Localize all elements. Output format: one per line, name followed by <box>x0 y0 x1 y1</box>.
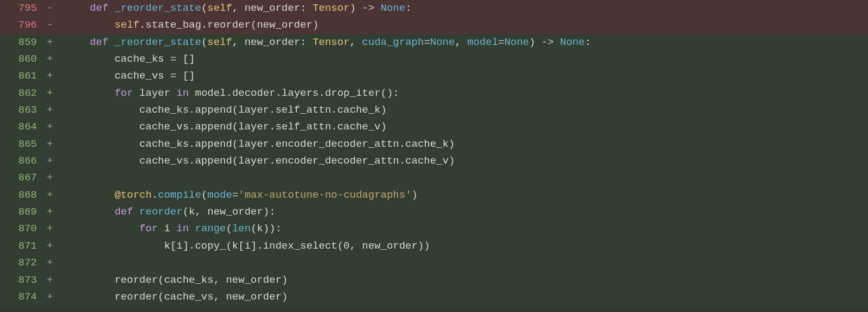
line-number: 873 <box>0 272 43 289</box>
diff-removed-marker: - <box>43 0 56 17</box>
diff-line[interactable]: 863+ cache_ks.append(layer.self_attn.cac… <box>0 102 868 119</box>
diff-added-marker: + <box>43 187 56 204</box>
diff-line[interactable]: 866+ cache_vs.append(layer.encoder_decod… <box>0 153 868 170</box>
diff-line[interactable]: 795- def _reorder_state(self, new_order:… <box>0 0 868 17</box>
code-content[interactable] <box>56 255 868 271</box>
code-content[interactable]: for layer in model.decoder.layers.drop_i… <box>56 85 868 102</box>
diff-line[interactable]: 864+ cache_vs.append(layer.self_attn.cac… <box>0 119 868 135</box>
diff-added-marker: + <box>43 119 56 135</box>
line-number: 859 <box>0 34 43 51</box>
diff-removed-marker: - <box>43 17 56 34</box>
code-content[interactable]: for i in range(len(k)): <box>56 220 868 237</box>
line-number: 863 <box>0 102 43 119</box>
code-content[interactable]: def _reorder_state(self, new_order: Tens… <box>56 34 868 51</box>
line-number: 862 <box>0 85 43 102</box>
code-content[interactable]: cache_ks.append(layer.self_attn.cache_k) <box>56 102 868 119</box>
diff-added-marker: + <box>43 170 56 186</box>
diff-added-marker: + <box>43 153 56 170</box>
diff-line[interactable]: 872+ <box>0 255 868 271</box>
code-content[interactable]: reorder(cache_vs, new_order) <box>56 289 868 306</box>
code-content[interactable]: cache_vs.append(layer.encoder_decoder_at… <box>56 153 868 170</box>
diff-line[interactable]: 865+ cache_ks.append(layer.encoder_decod… <box>0 136 868 153</box>
line-number: 870 <box>0 220 43 237</box>
line-number: 860 <box>0 51 43 68</box>
diff-line[interactable]: 874+ reorder(cache_vs, new_order) <box>0 289 868 306</box>
line-number: 874 <box>0 289 43 306</box>
diff-line[interactable]: 873+ reorder(cache_ks, new_order) <box>0 272 868 289</box>
code-content[interactable]: def _reorder_state(self, new_order: Tens… <box>56 0 868 17</box>
line-number: 869 <box>0 204 43 220</box>
diff-added-marker: + <box>43 220 56 237</box>
diff-added-marker: + <box>43 204 56 220</box>
line-number: 795 <box>0 0 43 17</box>
diff-line[interactable]: 860+ cache_ks = [] <box>0 51 868 68</box>
code-content[interactable]: cache_vs.append(layer.self_attn.cache_v) <box>56 119 868 135</box>
code-content[interactable]: reorder(cache_ks, new_order) <box>56 272 868 289</box>
diff-added-marker: + <box>43 85 56 102</box>
diff-line[interactable]: 868+ @torch.compile(mode='max-autotune-n… <box>0 187 868 204</box>
diff-line[interactable]: 870+ for i in range(len(k)): <box>0 220 868 237</box>
line-number: 865 <box>0 136 43 153</box>
diff-view[interactable]: 795- def _reorder_state(self, new_order:… <box>0 0 868 306</box>
code-content[interactable]: cache_ks = [] <box>56 51 868 68</box>
diff-added-marker: + <box>43 255 56 271</box>
diff-added-marker: + <box>43 136 56 153</box>
diff-added-marker: + <box>43 272 56 289</box>
diff-line[interactable]: 859+ def _reorder_state(self, new_order:… <box>0 34 868 51</box>
line-number: 872 <box>0 255 43 271</box>
diff-added-marker: + <box>43 238 56 255</box>
code-content[interactable]: k[i].copy_(k[i].index_select(0, new_orde… <box>56 238 868 255</box>
diff-added-marker: + <box>43 34 56 51</box>
code-content[interactable]: self.state_bag.reorder(new_order) <box>56 17 868 34</box>
code-content[interactable]: cache_vs = [] <box>56 68 868 84</box>
code-content[interactable] <box>56 170 868 186</box>
code-content[interactable]: cache_ks.append(layer.encoder_decoder_at… <box>56 136 868 153</box>
diff-line[interactable]: 861+ cache_vs = [] <box>0 68 868 84</box>
code-content[interactable]: @torch.compile(mode='max-autotune-no-cud… <box>56 187 868 204</box>
diff-line[interactable]: 796- self.state_bag.reorder(new_order) <box>0 17 868 34</box>
line-number: 868 <box>0 187 43 204</box>
line-number: 796 <box>0 17 43 34</box>
line-number: 867 <box>0 170 43 186</box>
line-number: 871 <box>0 238 43 255</box>
diff-added-marker: + <box>43 102 56 119</box>
diff-line[interactable]: 862+ for layer in model.decoder.layers.d… <box>0 85 868 102</box>
diff-line[interactable]: 871+ k[i].copy_(k[i].index_select(0, new… <box>0 238 868 255</box>
line-number: 861 <box>0 68 43 84</box>
line-number: 866 <box>0 153 43 170</box>
line-number: 864 <box>0 119 43 135</box>
diff-line[interactable]: 867+ <box>0 170 868 186</box>
diff-added-marker: + <box>43 289 56 306</box>
diff-line[interactable]: 869+ def reorder(k, new_order): <box>0 204 868 220</box>
code-content[interactable]: def reorder(k, new_order): <box>56 204 868 220</box>
diff-added-marker: + <box>43 51 56 68</box>
diff-added-marker: + <box>43 68 56 84</box>
